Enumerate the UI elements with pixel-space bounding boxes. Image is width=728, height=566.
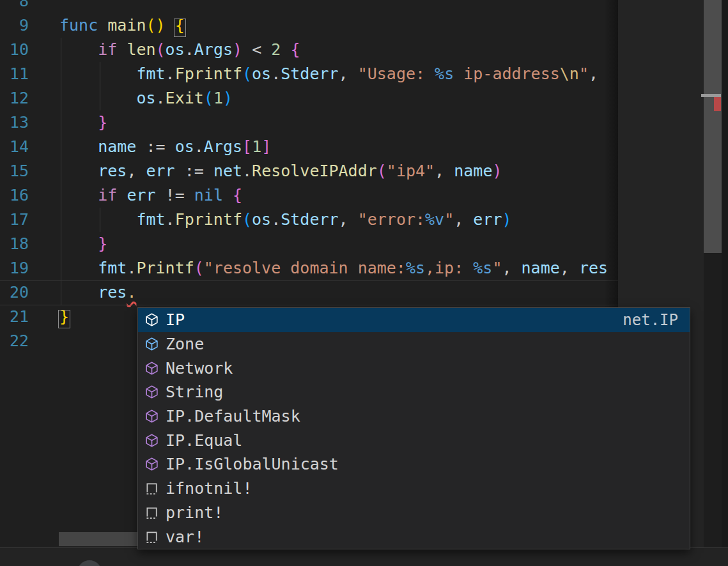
code-token: fmt bbox=[136, 65, 165, 83]
code-token: "resolve domain name: bbox=[204, 259, 406, 277]
code-token bbox=[117, 186, 127, 204]
suggest-widget[interactable]: IPnet.IPZoneNetworkStringIP.DefaultMaskI… bbox=[137, 307, 690, 549]
line-number: 9 bbox=[0, 13, 29, 38]
code-token bbox=[281, 40, 290, 59]
code-line[interactable]: 12 os.Exit(1) bbox=[0, 86, 618, 111]
code-token bbox=[156, 186, 166, 204]
suggestion-item[interactable]: String bbox=[138, 380, 690, 404]
code-token: " bbox=[492, 259, 502, 277]
code-line[interactable]: 18 } bbox=[0, 232, 618, 256]
code-token: Args bbox=[194, 40, 233, 59]
suggestion-label: ifnotnil! bbox=[166, 479, 252, 498]
code-token: , bbox=[127, 162, 136, 180]
symbol-method-icon bbox=[143, 408, 160, 425]
code-line[interactable]: 10 if len(os.Args) < 2 { bbox=[0, 38, 618, 62]
code-token bbox=[569, 259, 579, 277]
code-token: " bbox=[444, 210, 454, 229]
code-line[interactable]: 19 fmt.Printf("resolve domain name:%s,ip… bbox=[0, 256, 618, 280]
code-token: ( bbox=[242, 210, 252, 229]
code-token: ( bbox=[146, 16, 156, 34]
code-token bbox=[348, 65, 358, 83]
code-line[interactable]: 13 } bbox=[0, 111, 618, 135]
code-token bbox=[348, 210, 358, 229]
line-number: 16 bbox=[0, 183, 29, 208]
code-text: fmt.Printf("resolve domain name:%s,ip: %… bbox=[29, 256, 608, 280]
suggestion-item[interactable]: var! bbox=[138, 524, 690, 549]
line-number: 13 bbox=[0, 111, 29, 135]
suggestion-item[interactable]: IP.DefaultMask bbox=[138, 404, 690, 429]
code-token bbox=[136, 162, 146, 180]
code-token: , bbox=[339, 65, 348, 83]
symbol-method-icon bbox=[143, 456, 160, 473]
code-token bbox=[59, 210, 136, 229]
code-token: } bbox=[59, 307, 69, 326]
code-text bbox=[29, 0, 59, 13]
code-token: os bbox=[252, 210, 271, 229]
suggestion-label: var! bbox=[166, 528, 204, 546]
suggestion-label: print! bbox=[166, 503, 223, 522]
suggestion-item[interactable]: ifnotnil! bbox=[138, 477, 690, 501]
symbol-field-icon bbox=[143, 312, 160, 328]
code-line[interactable]: 9func main() { bbox=[0, 13, 618, 38]
overview-ruler-lane bbox=[722, 0, 728, 547]
code-token bbox=[59, 186, 98, 204]
code-token: ( bbox=[156, 40, 166, 59]
code-line[interactable]: 16 if err != nil { bbox=[0, 183, 618, 208]
vertical-scrollbar-slider[interactable] bbox=[704, 0, 722, 253]
suggestion-item[interactable]: IP.Equal bbox=[138, 428, 690, 452]
code-token: . bbox=[127, 259, 136, 277]
code-line[interactable]: 20 res. bbox=[0, 280, 618, 305]
code-line[interactable]: 8 bbox=[0, 0, 618, 13]
code-token: os bbox=[166, 40, 185, 59]
code-line[interactable]: 15 res, err := net.ResolveIPAddr("ip4", … bbox=[0, 159, 618, 183]
code-token: 2 bbox=[271, 40, 281, 59]
code-token: . bbox=[156, 89, 166, 107]
code-token: , bbox=[435, 162, 444, 180]
suggestion-item[interactable]: Zone bbox=[138, 332, 690, 356]
suggestion-detail: net.IP bbox=[623, 311, 690, 329]
code-line[interactable]: 14 name := os.Args[1] bbox=[0, 135, 618, 159]
code-token: ) bbox=[502, 210, 511, 229]
suggestion-item[interactable]: IP.IsGlobalUnicast bbox=[138, 452, 690, 477]
overview-ruler-error-marker bbox=[714, 97, 721, 111]
code-token: { bbox=[290, 40, 300, 59]
suggestion-item[interactable]: Network bbox=[138, 356, 690, 380]
code-token: . bbox=[166, 210, 175, 229]
line-number: 8 bbox=[0, 0, 29, 13]
snippet-icon bbox=[143, 504, 160, 521]
code-text: func main() { bbox=[29, 13, 185, 38]
code-line[interactable]: 11 fmt.Fprintf(os.Stderr, "Usage: %s ip-… bbox=[0, 62, 618, 86]
code-text: res. bbox=[29, 280, 136, 305]
code-token: fmt bbox=[98, 259, 127, 277]
code-token: } bbox=[98, 113, 107, 132]
code-token: " bbox=[579, 65, 589, 83]
code-token: \n bbox=[560, 65, 579, 83]
code-token: os bbox=[136, 89, 155, 107]
code-token: ,ip: bbox=[425, 259, 473, 277]
code-token: %s bbox=[406, 259, 425, 277]
code-token: ( bbox=[204, 89, 213, 107]
code-token bbox=[59, 259, 98, 277]
line-number: 17 bbox=[0, 208, 29, 232]
code-token: , bbox=[589, 65, 598, 83]
code-line[interactable]: 17 fmt.Fprintf(os.Stderr, "error:%v", er… bbox=[0, 208, 618, 232]
suggestion-label: IP bbox=[166, 310, 185, 329]
code-token: ip-address bbox=[454, 65, 560, 83]
code-token: "Usage: bbox=[358, 65, 435, 83]
code-token bbox=[59, 113, 98, 132]
suggestion-item[interactable]: print! bbox=[138, 501, 690, 525]
code-token: , bbox=[454, 210, 463, 229]
code-token: name bbox=[454, 162, 492, 180]
code-token: ) bbox=[233, 40, 242, 59]
code-token: Args bbox=[204, 137, 242, 156]
code-token: func bbox=[59, 16, 98, 34]
suggestion-label: IP.IsGlobalUnicast bbox=[166, 455, 339, 473]
code-token: . bbox=[242, 162, 252, 180]
code-token: err bbox=[146, 162, 175, 180]
line-number: 10 bbox=[0, 38, 29, 62]
code-token: nil bbox=[194, 186, 223, 204]
code-token: , bbox=[339, 210, 348, 229]
suggestion-label: Network bbox=[166, 359, 233, 378]
suggestion-item-selected[interactable]: IPnet.IP bbox=[138, 308, 690, 332]
code-token: := bbox=[185, 162, 204, 180]
